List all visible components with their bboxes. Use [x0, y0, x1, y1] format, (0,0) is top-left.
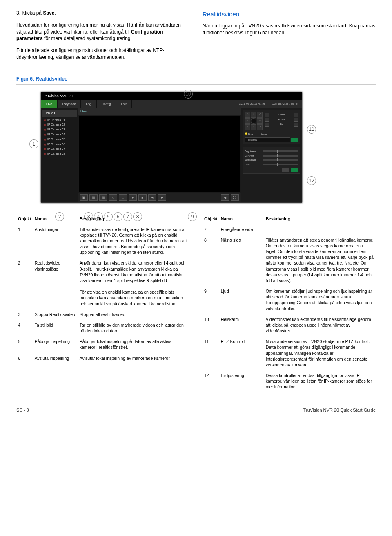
table-row: 5Påbörja inspelningPåbörjar lokal inspel…: [16, 336, 189, 352]
tb-audio-icon[interactable]: ◀: [221, 194, 229, 201]
ptz-panel: ↖ ↑ ↗ ← → ↙ ↓ ↘ -Zoom+: [243, 110, 300, 144]
video-viewport[interactable]: [79, 116, 240, 192]
sidebar-cam-1[interactable]: IP Camera 01: [42, 118, 77, 123]
step-text: 3. Klicka på: [16, 10, 43, 16]
tb-9split-icon[interactable]: ▦: [99, 194, 107, 201]
preset-select[interactable]: Preset 01: [245, 137, 290, 142]
cell-objekt: 5: [16, 336, 33, 352]
iris-plus-icon[interactable]: +: [294, 123, 298, 127]
ptz-down-left-icon[interactable]: ↙: [245, 124, 250, 130]
adjust-apply-icon[interactable]: [291, 168, 298, 172]
focus-plus-icon[interactable]: +: [294, 118, 298, 122]
menu-config[interactable]: Config: [97, 100, 116, 108]
table-row: 3Stoppa RealtidsvideoStoppar all realtid…: [16, 309, 189, 320]
right-para: När du loggar in på TVN20 visas realtids…: [203, 22, 376, 36]
tb-record-stop-icon[interactable]: ■: [138, 194, 147, 201]
table-row: 4Ta stillbildTar en stillbild av den mar…: [16, 320, 189, 336]
ptz-up-right-icon[interactable]: ↗: [257, 112, 263, 118]
cell-beskrivning: Användaren kan visa enskilda kameror ell…: [78, 258, 189, 309]
sidebar-cam-5[interactable]: IP Camera 05: [42, 137, 77, 142]
focus-label: Focus: [278, 118, 285, 122]
cell-namn: Stoppa Realtidsvideo: [33, 309, 78, 320]
contrast-slider[interactable]: [263, 155, 298, 157]
cell-objekt: 1: [16, 224, 33, 258]
ptz-down-right-icon[interactable]: ↘: [257, 124, 263, 130]
tables-columns: Objekt Namn Beskrivning 1AnslutningarTil…: [16, 214, 376, 392]
callout-9: 9: [188, 212, 197, 221]
menu-exit[interactable]: Exit: [116, 100, 132, 108]
cell-beskrivning: Videofönstret kan expanderas till helskä…: [264, 314, 376, 336]
footer-right: TruVision NVR 20 Quick Start Guide: [303, 407, 376, 413]
ptz-up-icon[interactable]: ↑: [251, 112, 256, 118]
wiper-toggle[interactable]: ⌒ Wiper: [258, 132, 267, 136]
tb-record-start-icon[interactable]: ●: [129, 194, 137, 201]
ptz-right-icon[interactable]: →: [257, 118, 263, 124]
focus-minus-icon[interactable]: -: [265, 118, 269, 122]
table-row: 12BildjusteringDessa kontroller är endas…: [203, 370, 376, 392]
menu-playback[interactable]: Playback: [58, 100, 81, 108]
tb-single-view-icon[interactable]: ▣: [80, 194, 88, 201]
tb-stop-icon[interactable]: ○: [109, 194, 117, 201]
ptz-up-left-icon[interactable]: ↖: [245, 112, 250, 118]
ptz-left-icon[interactable]: ←: [245, 118, 250, 124]
sidebar-root[interactable]: TVN 20: [42, 110, 77, 116]
sidebar-cam-7[interactable]: IP Camera 07: [42, 146, 77, 151]
cell-namn: Ta stillbild: [33, 320, 78, 336]
camera-sidebar: TVN 20 IP Camera 01 IP Camera 02 IP Came…: [41, 108, 78, 202]
cell-objekt: 11: [203, 336, 219, 370]
cell-objekt: 6: [16, 353, 33, 363]
sidebar-cam-4[interactable]: IP Camera 04: [42, 132, 77, 137]
saturation-slider[interactable]: [263, 159, 298, 161]
sidebar-cam-8[interactable]: IP Camera 08: [42, 151, 77, 156]
view-tab[interactable]: Live: [78, 108, 241, 114]
app-titlebar: truVision NVR 20: [41, 92, 302, 100]
legend-table-left: Objekt Namn Beskrivning 1AnslutningarTil…: [16, 214, 189, 363]
legend-table-right: Objekt Namn Beskrivning 7Föregående sida…: [203, 214, 376, 392]
para-1: Huvudsidan för konfigurering kommer nu a…: [16, 22, 189, 42]
zoom-minus-icon[interactable]: -: [265, 113, 269, 117]
cell-objekt: 2: [16, 258, 33, 309]
menu-live[interactable]: Live: [41, 100, 58, 108]
zoom-plus-icon[interactable]: +: [294, 113, 298, 117]
cell-objekt: 12: [203, 370, 219, 392]
light-toggle[interactable]: 💡 Light: [245, 132, 254, 136]
cell-beskrivning: Tar en stillbild av den markerade videon…: [78, 320, 189, 336]
table-row: 6Avsluta inspelningAvlsutar lokal inspel…: [16, 353, 189, 363]
cell-namn: Bildjustering: [219, 370, 264, 392]
sidebar-cam-3[interactable]: IP Camera 03: [42, 127, 77, 132]
cell-beskrivning: [264, 224, 376, 235]
callout-2: 2: [55, 212, 64, 221]
callout-7: 7: [123, 212, 132, 221]
cell-objekt: 4: [16, 320, 33, 336]
preset-go-icon[interactable]: [291, 138, 298, 142]
step-bold: Save: [43, 10, 54, 16]
tb-snapshot-icon[interactable]: □: [119, 194, 127, 201]
app-menu: Live Playback Log Config Exit 2011-03-22…: [41, 100, 302, 108]
sidebar-cam-6[interactable]: IP Camera 06: [42, 142, 77, 147]
tb-4split-icon[interactable]: ▦: [89, 194, 98, 201]
cell-beskrivning: Påbörjar lokal inspelning på datorn av a…: [78, 336, 189, 352]
figure-6: 1 2 3 4 5 6 7 8 9 10 11 12 truVision NVR…: [16, 92, 376, 203]
ptz-down-icon[interactable]: ↓: [251, 124, 256, 130]
tb-next-page-icon[interactable]: ►: [158, 194, 166, 201]
th-objekt-r: Objekt: [203, 214, 219, 224]
callout-8: 8: [133, 212, 142, 221]
right-panels: ↖ ↑ ↗ ← → ↙ ↓ ↘ -Zoom+: [241, 108, 302, 202]
callout-3: 3: [84, 212, 93, 221]
tb-prev-page-icon[interactable]: ◄: [148, 194, 156, 201]
menu-log[interactable]: Log: [81, 100, 96, 108]
callout-6: 6: [114, 212, 122, 221]
tb-fullscreen-icon[interactable]: ⛶: [231, 194, 239, 201]
iris-minus-icon[interactable]: -: [265, 123, 269, 127]
ptz-center-icon[interactable]: [251, 118, 256, 124]
brightness-slider[interactable]: [263, 150, 298, 152]
right-column: Realtidsvideo När du loggar in på TVN20 …: [203, 10, 376, 66]
cell-namn: Nästa sida: [219, 235, 264, 286]
callout-5: 5: [104, 212, 113, 221]
sidebar-cam-2[interactable]: IP Camera 02: [42, 122, 77, 127]
table-row: 11PTZ KontrollNuvarande version av TVN20…: [203, 336, 376, 370]
cell-namn: Helskärm: [219, 314, 264, 336]
hue-label: Hue:: [245, 162, 261, 166]
hue-slider[interactable]: [263, 164, 298, 165]
adjust-reset-icon[interactable]: [282, 168, 289, 172]
